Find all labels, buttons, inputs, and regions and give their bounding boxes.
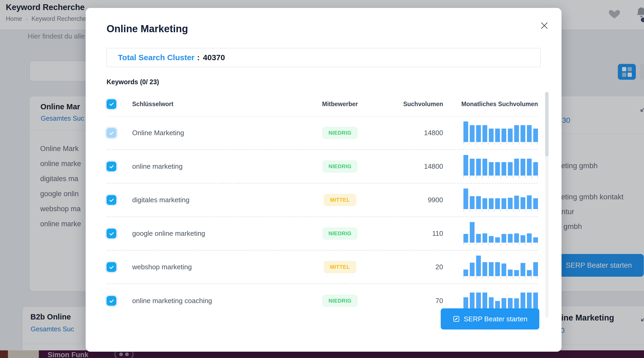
row-checkbox[interactable]	[107, 229, 116, 238]
chart-bar	[514, 298, 519, 310]
chart-bar	[533, 293, 538, 310]
volume-cell: 14800	[361, 162, 443, 171]
table-row: google online marketing NIEDRIG 110	[107, 217, 538, 251]
keyword-cell: online marketing coaching	[132, 297, 319, 305]
keyword-cell: webshop marketing	[132, 263, 319, 271]
chart-bar	[508, 234, 513, 243]
chart-bar	[463, 189, 468, 209]
chart-bar	[533, 198, 538, 209]
monthly-volume-chart	[463, 222, 538, 245]
column-header-monthly-volume: Monatliches Suchvolumen	[443, 101, 538, 108]
chart-ticks	[463, 176, 538, 178]
volume-cell: 110	[361, 229, 443, 238]
modal-title: Online Marketing	[107, 23, 188, 35]
table-row: Online Marketing NIEDRIG 14800	[107, 116, 538, 150]
chart-bar	[521, 263, 525, 276]
chart-bar	[482, 233, 487, 243]
monthly-volume-chart	[463, 189, 538, 212]
chart-bar	[533, 262, 538, 276]
chart-bar	[476, 234, 481, 243]
scrollbar-thumb[interactable]	[545, 92, 549, 157]
keyword-cell: Online Marketing	[132, 129, 319, 137]
keywords-counter: Keywords (0/ 23)	[107, 78, 159, 86]
chart-bar	[527, 233, 532, 243]
volume-cell: 9900	[361, 196, 443, 204]
chart-bar	[527, 293, 532, 310]
chart-bar	[489, 162, 494, 176]
pencil-square-icon	[453, 315, 460, 323]
chart-bar	[482, 293, 487, 310]
chart-bar	[476, 159, 481, 176]
competition-badge: NIEDRIG	[322, 227, 358, 240]
chart-bar	[470, 293, 475, 310]
chart-ticks	[463, 209, 538, 212]
total-search-cluster-label: Total Search Cluster	[118, 53, 195, 62]
chart-bar	[514, 159, 519, 176]
chart-bar	[463, 155, 468, 176]
chart-bar	[489, 129, 494, 142]
chart-bar	[482, 125, 487, 142]
serp-beater-start-button[interactable]: SERP Beater starten	[441, 308, 539, 329]
row-checkbox[interactable]	[107, 262, 116, 272]
chart-bar	[489, 198, 494, 209]
chart-bar	[463, 297, 468, 310]
monthly-volume-chart	[463, 155, 538, 178]
row-checkbox[interactable]	[107, 296, 116, 306]
chart-bar	[489, 236, 494, 243]
chart-bar	[508, 198, 513, 209]
chart-bar	[533, 162, 538, 176]
chart-bar	[495, 262, 500, 276]
chart-bars	[463, 155, 538, 176]
chart-bar	[495, 198, 500, 209]
select-all-checkbox[interactable]	[107, 99, 116, 109]
chart-bar	[527, 195, 532, 209]
table-row: webshop marketing MITTEL 20	[107, 251, 538, 284]
chart-bar	[521, 159, 525, 176]
chart-bar	[495, 129, 500, 142]
chart-ticks	[463, 243, 538, 245]
keyword-cell: digitales marketing	[132, 196, 319, 204]
chart-bar	[463, 121, 468, 142]
chart-bar	[508, 129, 513, 142]
volume-cell: 70	[361, 297, 443, 305]
keyword-rows: Online Marketing NIEDRIG 14800 online ma…	[107, 116, 538, 318]
column-header-competition: Mitbewerber	[319, 101, 361, 108]
competition-badge: NIEDRIG	[322, 160, 358, 173]
volume-cell: 20	[361, 263, 443, 271]
chart-bar	[514, 125, 519, 142]
chart-bar	[463, 270, 468, 276]
row-checkbox[interactable]	[107, 195, 116, 205]
chart-bar	[527, 125, 532, 142]
chart-bar	[476, 256, 481, 276]
chart-ticks	[463, 276, 538, 279]
scrollbar-track[interactable]	[545, 92, 549, 318]
chart-bar	[508, 298, 513, 310]
chart-bar	[482, 262, 487, 276]
chart-bar	[521, 197, 525, 209]
total-search-cluster-box: Total Search Cluster : 40370	[107, 48, 541, 67]
keyword-cell: online marketing	[132, 162, 319, 171]
chart-bar	[508, 270, 513, 276]
row-checkbox[interactable]	[107, 128, 116, 138]
chart-bars	[463, 222, 538, 243]
chart-bar	[489, 297, 494, 310]
serp-beater-start-label: SERP Beater starten	[464, 315, 527, 323]
chart-bar	[502, 234, 506, 243]
chart-bar	[489, 262, 494, 276]
close-icon[interactable]	[539, 21, 549, 31]
table-row: digitales marketing MITTEL 9900	[107, 183, 538, 217]
chart-bars	[463, 121, 538, 142]
table-header-row: Schlüsselwort Mitbewerber Suchvolumen Mo…	[107, 92, 538, 116]
monthly-volume-chart	[463, 121, 538, 145]
chart-bar	[508, 162, 513, 176]
competition-badge: MITTEL	[324, 194, 356, 206]
keywords-table: Schlüsselwort Mitbewerber Suchvolumen Mo…	[107, 92, 538, 318]
chart-bar	[502, 198, 506, 209]
column-header-volume: Suchvolumen	[361, 101, 443, 108]
monthly-volume-chart	[463, 256, 538, 279]
chart-bars	[463, 256, 538, 276]
chart-bar	[470, 125, 475, 142]
row-checkbox[interactable]	[107, 162, 116, 171]
keyword-cell: google online marketing	[132, 229, 319, 238]
table-row: online marketing NIEDRIG 14800	[107, 150, 538, 183]
